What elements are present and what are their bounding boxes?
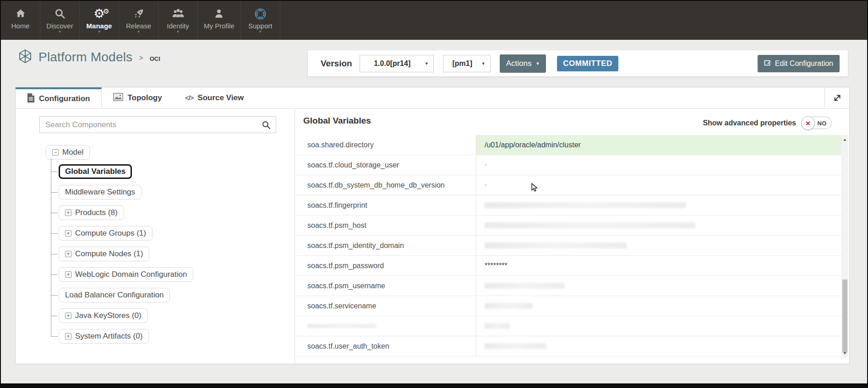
- tab-topology[interactable]: Topology: [102, 87, 173, 108]
- actions-button[interactable]: Actions ▼: [500, 54, 546, 73]
- version-select[interactable]: 1.0.0[pr14] ▼: [360, 55, 434, 72]
- tree-node-compute-groups-1[interactable]: +Compute Groups (1): [59, 226, 153, 241]
- tree-node-label: Java KeyStores (0): [75, 311, 142, 320]
- document-icon: [27, 93, 35, 105]
- variable-value-cell: [476, 155, 841, 175]
- toggle-knob: ×: [801, 116, 815, 130]
- card-content: − Model Global VariablesMiddleware Setti…: [16, 109, 849, 364]
- expand-icon[interactable]: +: [65, 210, 71, 216]
- nav-item-label: My Profile: [204, 22, 235, 30]
- tree-item: +WebLogic Domain Configuration: [51, 264, 193, 285]
- global-variables-panel: Global Variables Show advanced propertie…: [295, 109, 849, 364]
- variable-value-cell: [476, 276, 841, 296]
- tree-node-weblogic-domain-configuration[interactable]: +WebLogic Domain Configuration: [59, 267, 193, 282]
- tree-node-label: Compute Groups (1): [75, 229, 146, 238]
- redacted-value: [485, 242, 627, 248]
- variable-name-cell: soacs.tf.servicename: [295, 296, 476, 316]
- tab-source-view[interactable]: </> Source View: [174, 87, 255, 108]
- chevron-down-icon: ▼: [258, 30, 262, 35]
- tree-node-compute-nodes-1[interactable]: +Compute Nodes (1): [59, 247, 149, 261]
- redacted-value: [485, 323, 510, 329]
- search-input[interactable]: [40, 120, 257, 129]
- edit-pencil-icon: [764, 59, 771, 68]
- tree-node-middleware-settings[interactable]: Middleware Settings: [59, 185, 142, 199]
- scroll-down-icon[interactable]: ▼: [841, 350, 848, 357]
- nav-item-support[interactable]: Support ▼: [241, 1, 280, 40]
- search-icon[interactable]: [257, 117, 276, 133]
- tree-node-global-variables[interactable]: Global Variables: [59, 164, 132, 179]
- expand-icon[interactable]: +: [65, 271, 71, 278]
- nav-item-release[interactable]: Release ▼: [119, 1, 158, 40]
- collapse-icon[interactable]: −: [52, 149, 59, 156]
- breadcrumb-current: oci: [150, 53, 160, 63]
- components-panel: − Model Global VariablesMiddleware Setti…: [16, 109, 295, 364]
- actions-button-label: Actions: [506, 59, 532, 68]
- variable-value-cell: [476, 316, 841, 336]
- scrollbar-thumb[interactable]: [842, 280, 847, 353]
- variable-name: soacs.tf.db_system_db_home_db_version: [307, 181, 445, 189]
- variable-name: soacs.tf.psm_password: [307, 262, 384, 270]
- tree-node-java-keystores-0[interactable]: +Java KeyStores (0): [59, 308, 148, 323]
- nav-item-label: Discover: [46, 22, 73, 30]
- edit-configuration-button[interactable]: Edit Configuration: [758, 55, 840, 72]
- expand-panel-button[interactable]: [824, 87, 849, 108]
- tree-item: +Compute Nodes (1): [51, 243, 193, 264]
- redacted-value: [485, 202, 686, 208]
- platform-models-icon: [17, 48, 33, 66]
- expand-icon[interactable]: +: [65, 230, 71, 237]
- browser-viewport: Home ▼ Discover ▼⚙⚙ Manage ▼ Release ▼ I…: [1, 1, 867, 383]
- tab-configuration[interactable]: Configuration: [16, 87, 102, 108]
- tree-node-label: Model: [62, 148, 83, 157]
- tree-node-products-8[interactable]: +Products (8): [59, 205, 124, 220]
- home-icon: [15, 6, 27, 21]
- advanced-properties-label: Show advanced properties: [703, 119, 796, 127]
- variable-name-cell: soacs.tf.psm_host: [295, 216, 476, 235]
- nav-item-label: Identity: [167, 22, 189, 30]
- search-box: [39, 116, 276, 133]
- person-icon: [213, 6, 225, 21]
- tab-label: Configuration: [39, 94, 90, 103]
- top-nav: Home ▼ Discover ▼⚙⚙ Manage ▼ Release ▼ I…: [1, 1, 867, 40]
- nav-item-identity[interactable]: Identity ▼: [158, 1, 198, 40]
- redacted-name: [307, 324, 376, 328]
- advanced-properties-row: Show advanced properties × NO: [703, 117, 832, 129]
- variable-name-cell: soacs.tf.psm_username: [295, 276, 476, 296]
- variable-name: soacs.tf.fingerprint: [307, 201, 367, 210]
- variable-name-cell: [295, 316, 476, 336]
- expand-icon[interactable]: +: [65, 251, 71, 257]
- tree-item: Middleware Settings: [51, 182, 193, 202]
- advanced-properties-toggle[interactable]: × NO: [802, 117, 832, 129]
- tree-children: Global VariablesMiddleware Settings+Prod…: [51, 161, 193, 346]
- tree-node-model[interactable]: − Model: [46, 145, 90, 160]
- nav-item-label: Release: [126, 22, 151, 30]
- table-row: soacs.tf.fingerprint: [295, 195, 841, 216]
- expand-icon[interactable]: +: [65, 333, 71, 340]
- variable-name: soacs.tf.servicename: [307, 302, 376, 310]
- nav-item-home[interactable]: Home ▼: [1, 1, 40, 40]
- people-icon: [171, 6, 185, 21]
- nav-item-manage[interactable]: ⚙⚙ Manage ▼: [80, 1, 119, 40]
- expand-icon[interactable]: +: [65, 313, 71, 319]
- chevron-down-icon: ▼: [58, 30, 62, 35]
- variable-value-cell: [476, 195, 841, 215]
- tree-node-load-balancer-configuration[interactable]: Load Balancer Configuration: [59, 288, 170, 302]
- variable-value-cell: /u01/app/oracle/admin/cluster: [476, 135, 841, 155]
- table-scrollbar[interactable]: ▲ ▼: [841, 135, 848, 358]
- redacted-value: [485, 164, 487, 166]
- tree-item: +System Artifacts (0): [51, 326, 193, 346]
- tree-node-system-artifacts-0[interactable]: +System Artifacts (0): [59, 329, 149, 344]
- chevron-down-icon: ▼: [481, 61, 486, 66]
- redacted-value: [485, 222, 695, 228]
- table-row: soacs.tf.cloud_storage_user: [295, 155, 841, 175]
- rocket-icon: [133, 6, 145, 21]
- scroll-up-icon[interactable]: ▲: [841, 136, 848, 143]
- panel-heading: Global Variables: [303, 116, 371, 126]
- instance-select[interactable]: [pm1] ▼: [443, 55, 491, 72]
- table-row: soa.shared.directory /u01/app/oracle/adm…: [295, 135, 841, 155]
- nav-item-discover[interactable]: Discover ▼: [40, 1, 80, 40]
- redacted-value: [485, 283, 565, 289]
- instance-select-value: [pm1]: [452, 59, 472, 68]
- tree-item: Load Balancer Configuration: [51, 285, 193, 305]
- nav-item-my-profile[interactable]: My Profile ▼: [198, 1, 241, 40]
- lifebuoy-icon: [254, 6, 267, 21]
